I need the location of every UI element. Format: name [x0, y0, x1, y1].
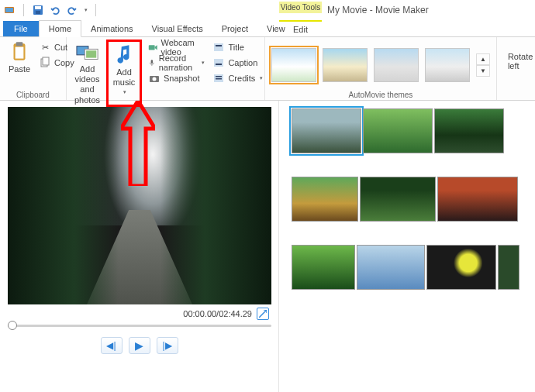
- cut-label: Cut: [54, 43, 67, 52]
- tab-visual-effects[interactable]: Visual Effects: [143, 21, 212, 36]
- paste-button[interactable]: Paste: [5, 40, 34, 89]
- add-music-button[interactable]: Add music ▾: [109, 43, 139, 98]
- svg-rect-17: [214, 43, 223, 51]
- automovie-theme-1[interactable]: [271, 48, 316, 82]
- clip-9[interactable]: [426, 245, 496, 290]
- paste-icon: [8, 41, 31, 63]
- cut-icon: ✂: [39, 41, 51, 53]
- undo-icon[interactable]: [49, 4, 61, 16]
- seek-slider[interactable]: [8, 323, 271, 328]
- credits-icon: [212, 72, 225, 84]
- redo-icon[interactable]: [66, 4, 78, 16]
- next-frame-button[interactable]: |▶: [157, 337, 178, 354]
- svg-rect-13: [149, 45, 155, 50]
- svg-rect-9: [43, 57, 49, 65]
- copy-icon: [39, 57, 51, 69]
- add-videos-photos-button[interactable]: Add videos and photos: [71, 40, 103, 107]
- svg-rect-20: [216, 64, 222, 65]
- title-button[interactable]: Title: [211, 40, 264, 55]
- clip-7[interactable]: [292, 245, 355, 290]
- clip-6[interactable]: [437, 177, 518, 222]
- record-narration-button[interactable]: Record narration ▾: [147, 55, 206, 70]
- webcam-video-button[interactable]: Webcam video: [147, 40, 206, 55]
- playback-time: 00:00.00/02:44.29: [183, 309, 252, 318]
- timeline[interactable]: [279, 101, 535, 392]
- caption-button[interactable]: Caption: [211, 55, 264, 70]
- snapshot-button[interactable]: Snapshot: [147, 70, 206, 86]
- clip-4[interactable]: [292, 177, 358, 222]
- svg-rect-4: [36, 11, 40, 14]
- tab-file[interactable]: File: [3, 21, 39, 36]
- music-note-icon: [112, 44, 136, 66]
- svg-rect-18: [216, 45, 222, 46]
- clip-3[interactable]: [434, 108, 504, 153]
- play-button[interactable]: ▶: [129, 337, 150, 354]
- group-label-clipboard: Clipboard: [5, 89, 61, 99]
- camera-icon: [148, 72, 160, 84]
- app-icon: [3, 4, 16, 16]
- prev-frame-button[interactable]: ◀|: [101, 337, 123, 354]
- qat-dropdown-icon[interactable]: ▾: [85, 7, 88, 13]
- tab-animations[interactable]: Animations: [81, 21, 142, 36]
- svg-rect-1: [5, 8, 13, 12]
- title-label: Title: [228, 43, 243, 52]
- svg-rect-19: [214, 59, 223, 67]
- rotate-left-button[interactable]: Rotate left: [502, 40, 535, 74]
- credits-label: Credits: [228, 74, 255, 83]
- svg-rect-22: [216, 76, 222, 77]
- clip-10[interactable]: [498, 245, 519, 290]
- chevron-down-icon: ▾: [123, 89, 126, 95]
- svg-rect-6: [16, 47, 24, 59]
- add-music-label: Add music: [113, 67, 136, 88]
- clip-8[interactable]: [357, 245, 425, 290]
- automovie-theme-4[interactable]: [425, 48, 470, 82]
- title-icon: [212, 41, 225, 53]
- svg-rect-3: [35, 6, 41, 9]
- svg-rect-14: [151, 60, 153, 64]
- rotate-left-label: Rotate left: [508, 52, 533, 70]
- fullscreen-button[interactable]: [257, 308, 269, 320]
- svg-rect-7: [16, 42, 23, 46]
- credits-button[interactable]: Credits ▾: [211, 70, 264, 86]
- chevron-down-icon: ▾: [260, 75, 263, 81]
- add-videos-photos-label: Add videos and photos: [74, 64, 100, 105]
- tab-home[interactable]: Home: [39, 20, 81, 37]
- group-label-automovie: AutoMovie themes: [271, 89, 490, 99]
- svg-point-16: [153, 77, 157, 81]
- automovie-theme-3[interactable]: [374, 48, 419, 82]
- app-title: My Movie - Movie Maker: [327, 5, 429, 15]
- tab-project[interactable]: Project: [212, 21, 257, 36]
- add-videos-photos-icon: [76, 41, 99, 63]
- svg-rect-23: [216, 78, 222, 80]
- contextual-tab-header: Video Tools: [279, 2, 322, 13]
- save-icon[interactable]: [32, 4, 44, 16]
- clip-5[interactable]: [360, 177, 436, 222]
- clip-1[interactable]: [292, 108, 361, 153]
- caption-icon: [212, 57, 225, 69]
- theme-scroll-down[interactable]: ▼: [476, 65, 490, 77]
- clip-2[interactable]: [363, 108, 433, 153]
- tab-edit[interactable]: Edit: [279, 20, 322, 37]
- svg-rect-12: [86, 50, 96, 57]
- chevron-down-icon: ▾: [202, 60, 205, 66]
- automovie-theme-2[interactable]: [323, 48, 368, 82]
- record-narration-label: Record narration: [159, 53, 198, 72]
- webcam-icon: [148, 41, 158, 53]
- theme-scroll-up[interactable]: ▲: [476, 53, 490, 65]
- caption-label: Caption: [228, 58, 257, 67]
- snapshot-label: Snapshot: [164, 74, 199, 83]
- paste-label: Paste: [9, 64, 30, 74]
- video-preview[interactable]: [8, 107, 271, 304]
- mic-icon: [148, 57, 156, 69]
